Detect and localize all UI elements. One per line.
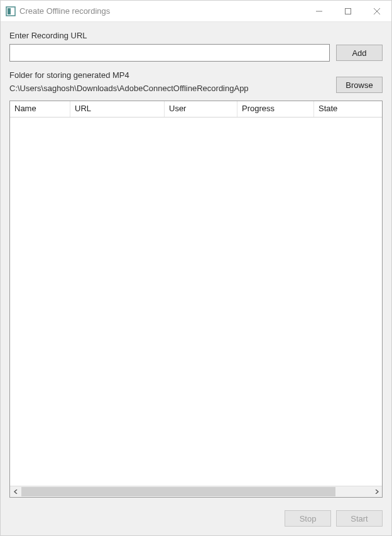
column-header-progress[interactable]: Progress <box>237 101 314 117</box>
svg-rect-3 <box>346 8 351 14</box>
svg-rect-1 <box>8 8 11 14</box>
scroll-track[interactable] <box>21 486 371 497</box>
app-icon <box>6 6 16 16</box>
horizontal-scrollbar[interactable] <box>10 486 382 497</box>
svg-line-5 <box>374 8 380 14</box>
grid-header: Name URL User Progress State <box>10 101 382 118</box>
svg-line-4 <box>374 8 380 14</box>
browse-button[interactable]: Browse <box>336 77 383 93</box>
app-window: Create Offline recordings Enter Recordin… <box>0 0 392 536</box>
window-controls <box>305 1 391 21</box>
folder-path: C:\Users\saghosh\Downloads\AdobeConnectO… <box>9 84 330 93</box>
minimize-button[interactable] <box>305 1 334 21</box>
column-header-user[interactable]: User <box>165 101 237 117</box>
folder-text: Folder for storing generated MP4 C:\User… <box>9 70 330 93</box>
footer: Stop Start <box>1 504 391 535</box>
window-title: Create Offline recordings <box>19 6 305 16</box>
stop-button[interactable]: Stop <box>285 510 331 527</box>
column-header-url[interactable]: URL <box>70 101 165 117</box>
maximize-button[interactable] <box>334 1 362 21</box>
start-button[interactable]: Start <box>336 510 383 527</box>
folder-label: Folder for storing generated MP4 <box>9 70 330 80</box>
add-button[interactable]: Add <box>336 45 383 61</box>
content-area: Enter Recording URL Add Folder for stori… <box>1 22 391 504</box>
scroll-left-arrow-icon[interactable] <box>10 486 21 498</box>
url-row: Add <box>9 44 383 62</box>
scroll-right-arrow-icon[interactable] <box>371 486 382 498</box>
grid-body <box>10 118 382 486</box>
recording-url-input[interactable] <box>9 44 330 62</box>
close-button[interactable] <box>362 1 391 21</box>
column-header-state[interactable]: State <box>314 101 382 117</box>
recordings-grid: Name URL User Progress State <box>9 101 383 498</box>
folder-block: Folder for storing generated MP4 C:\User… <box>9 70 383 93</box>
url-label: Enter Recording URL <box>9 31 383 40</box>
column-header-name[interactable]: Name <box>10 101 70 117</box>
scroll-thumb[interactable] <box>21 487 335 496</box>
titlebar: Create Offline recordings <box>1 1 391 22</box>
